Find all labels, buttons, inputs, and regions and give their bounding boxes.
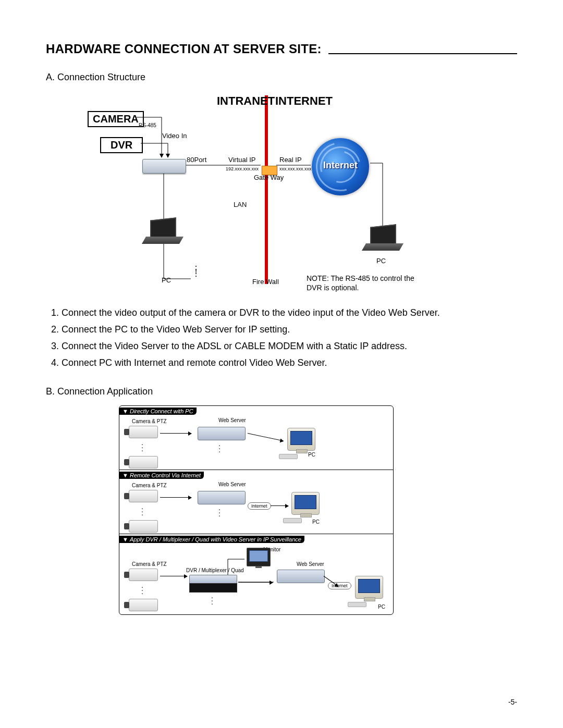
laptop-icon bbox=[364, 226, 401, 255]
pc-label: PC bbox=[308, 452, 315, 458]
lan-label: LAN bbox=[234, 201, 247, 208]
keyboard-icon bbox=[283, 518, 302, 523]
section-a-heading: A. Connection Structure bbox=[46, 72, 517, 83]
note-text: NOTE: The RS-485 to control the DVR is o… bbox=[307, 274, 426, 292]
pc-label: PC bbox=[312, 519, 320, 525]
internet-swirl-icon: Internet bbox=[312, 138, 369, 195]
step-4: 4. Connect PC with Internet and remote c… bbox=[51, 355, 517, 371]
title-row: HARDWARE CONNECTION AT SERVER SITE: bbox=[46, 42, 517, 56]
page-number: -5- bbox=[508, 698, 517, 706]
web-server-icon bbox=[277, 570, 325, 583]
pc-label: PC bbox=[378, 604, 385, 610]
web-server-icon bbox=[198, 427, 246, 440]
real-ip-label: Real IP bbox=[279, 156, 302, 164]
monitor-icon bbox=[291, 492, 320, 515]
virtual-ip-label: Virtual IP bbox=[228, 156, 256, 164]
monitor-icon bbox=[355, 576, 383, 599]
panel-title: Apply DVR / Multiplexer / Quad with Vide… bbox=[119, 536, 304, 543]
pc-left-label: PC bbox=[162, 276, 171, 284]
arrow-icon bbox=[248, 433, 284, 441]
monitor-icon bbox=[287, 428, 315, 451]
server-label: Web Server bbox=[218, 417, 246, 423]
real-ip-value: xxx.xxx.xxx.xxx bbox=[279, 166, 312, 171]
arrow-icon bbox=[160, 154, 164, 158]
arrow-icon bbox=[238, 582, 273, 583]
keyboard-icon bbox=[348, 602, 366, 607]
diagram-lines bbox=[82, 91, 458, 294]
firewall-label: Fire Wall bbox=[252, 278, 279, 286]
ellipsis-icon: ⋮⋮ bbox=[192, 267, 200, 276]
title-rule bbox=[328, 53, 517, 54]
server-label: Web Server bbox=[297, 561, 324, 567]
section-b-heading: B. Connection Application bbox=[46, 386, 517, 397]
internet-cloud: Internet bbox=[248, 502, 271, 510]
panel-title: Directly Connect with PC bbox=[119, 408, 197, 415]
port80-label: 80Port bbox=[187, 156, 206, 164]
steps-list: 1. Connect the video output of the camer… bbox=[51, 305, 517, 371]
arrow-icon bbox=[160, 497, 191, 498]
panel-remote-internet: Remote Control Via Internet Camera & PTZ… bbox=[119, 470, 393, 534]
camera-label: Camera & PTZ bbox=[132, 483, 167, 488]
camera-icon bbox=[129, 490, 158, 502]
step-1: 1. Connect the video output of the camer… bbox=[51, 305, 517, 320]
camera-icon bbox=[129, 426, 158, 438]
web-server-icon bbox=[198, 491, 246, 504]
arrow-icon bbox=[271, 505, 288, 506]
arrow-icon bbox=[166, 154, 170, 158]
video-in-label: Video In bbox=[162, 132, 187, 140]
diagram-connection-application: Directly Connect with PC Camera & PTZ ··… bbox=[119, 405, 394, 615]
laptop-icon bbox=[144, 219, 181, 248]
diagram-connection-structure: INTRANET INTERNET CAMERA DVR RS-485 Vide… bbox=[82, 91, 458, 294]
internet-cloud: Internet bbox=[328, 582, 351, 589]
ellipsis-icon: ··· bbox=[218, 508, 221, 517]
arrow-icon bbox=[160, 433, 191, 434]
page-title: HARDWARE CONNECTION AT SERVER SITE: bbox=[46, 42, 325, 56]
pc-right-label: PC bbox=[376, 257, 386, 265]
server-label: Web Server bbox=[218, 482, 246, 487]
panel-dvr-multiplexer: Apply DVR / Multiplexer / Quad with Vide… bbox=[119, 534, 393, 615]
step-3: 3. Connect the Video Server to the ADSL … bbox=[51, 338, 517, 354]
virtual-ip-value: 192.xxx.xxx.xxx bbox=[226, 166, 259, 171]
keyboard-icon bbox=[279, 454, 298, 459]
panel-direct-pc: Directly Connect with PC Camera & PTZ ··… bbox=[119, 406, 393, 470]
ellipsis-icon: ··· bbox=[141, 507, 143, 516]
ellipsis-icon: ··· bbox=[218, 443, 221, 453]
internet-swirl-label: Internet bbox=[312, 160, 369, 171]
camera-icon bbox=[129, 456, 158, 468]
step-2: 2. Connect the PC to the Video Web Serve… bbox=[51, 322, 517, 337]
gateway-label: Gate Way bbox=[254, 174, 284, 181]
ellipsis-icon: ··· bbox=[141, 442, 143, 452]
panel-title: Remote Control Via Internet bbox=[119, 472, 204, 479]
page: HARDWARE CONNECTION AT SERVER SITE: A. C… bbox=[0, 0, 563, 728]
camera-icon bbox=[129, 520, 158, 533]
video-web-server-icon bbox=[142, 159, 186, 174]
camera-label: Camera & PTZ bbox=[132, 418, 167, 424]
